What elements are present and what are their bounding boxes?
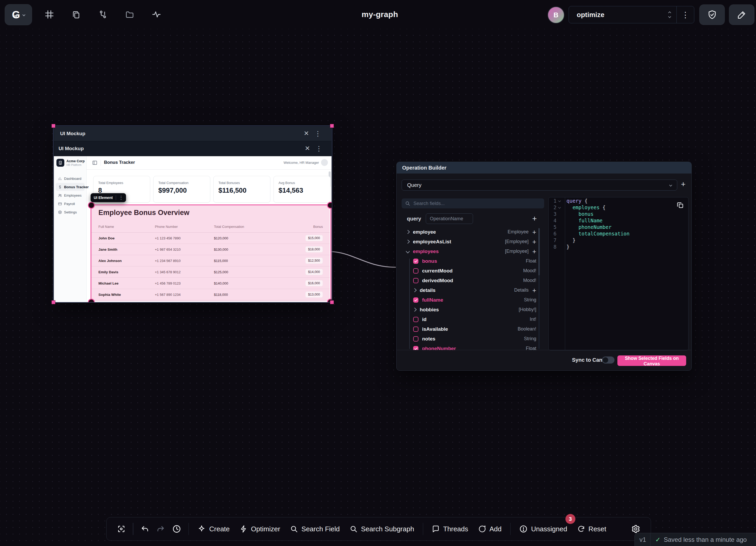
user-avatar[interactable]: B xyxy=(548,7,564,23)
schema-field-row[interactable]: hobbies [Hobby!] xyxy=(402,305,544,314)
chat-square-icon xyxy=(432,525,440,533)
sidebar-collapse-icon[interactable] xyxy=(92,160,97,165)
schema-field-row[interactable]: notes String xyxy=(402,334,544,344)
ui-element-tooltip[interactable]: UI Element ⋮ xyxy=(91,193,126,202)
threads-button[interactable]: Threads xyxy=(427,521,473,537)
shield-check-button[interactable] xyxy=(699,4,725,25)
kebab-menu-icon[interactable]: ⋮ xyxy=(116,195,126,201)
hr-avatar[interactable] xyxy=(321,159,328,166)
employee-bonus-table-card[interactable]: Employee Bonus Overview Full Name Phone … xyxy=(91,204,330,301)
selection-handle[interactable] xyxy=(51,124,55,128)
create-button[interactable]: Create xyxy=(192,521,235,537)
selection-handle[interactable] xyxy=(88,202,95,209)
show-selected-fields-button[interactable]: Show Selected Fields on Canvas xyxy=(617,355,686,366)
edit-pencil-button[interactable] xyxy=(729,4,754,25)
sidebar-nav-item[interactable]: Payroll xyxy=(56,200,85,208)
field-checkbox[interactable] xyxy=(413,336,418,342)
kebab-menu-icon[interactable]: ⋮ xyxy=(312,128,324,139)
optimizer-button[interactable]: Optimizer xyxy=(235,521,285,537)
add-subfield-button[interactable]: + xyxy=(532,287,536,294)
operation-name-input[interactable] xyxy=(426,213,473,224)
search-field-button[interactable]: Search Field xyxy=(285,521,345,537)
bolt-icon xyxy=(240,525,248,533)
add-subfield-button[interactable]: + xyxy=(532,238,536,245)
sync-to-canvas-toggle[interactable] xyxy=(602,356,615,364)
undo-button[interactable] xyxy=(137,521,153,537)
window-titlebar-inner[interactable]: UI Mockup × ⋮ xyxy=(54,141,332,156)
chevron-right-icon[interactable] xyxy=(406,240,410,244)
schema-field-row[interactable]: bonus Float xyxy=(402,256,544,266)
close-icon[interactable]: × xyxy=(302,143,313,154)
schema-field-row[interactable]: employeeAsList [Employee] + xyxy=(402,237,544,246)
sidebar-nav-item[interactable]: Employees xyxy=(56,191,85,199)
add-comment-button[interactable]: Add xyxy=(473,521,507,537)
version-badge[interactable]: v1 xyxy=(639,536,646,543)
selection-handle[interactable] xyxy=(51,300,55,304)
field-search[interactable] xyxy=(402,198,544,208)
frame-tool-icon[interactable] xyxy=(42,7,57,22)
sidebar-nav-item[interactable]: Settings xyxy=(56,208,85,216)
chevron-right-icon[interactable] xyxy=(413,308,417,312)
field-checkbox[interactable] xyxy=(413,346,418,350)
selection-handle[interactable] xyxy=(330,300,334,304)
graphql-code-editor[interactable]: 1 query { 2 employees { 3 bonus 4 fullNa… xyxy=(548,197,689,350)
copy-pages-icon[interactable] xyxy=(69,7,83,22)
close-icon[interactable]: × xyxy=(301,128,312,139)
kebab-menu-icon[interactable]: ⋮ xyxy=(313,143,325,154)
stat-card: Avg Bonus $14,563 xyxy=(274,176,330,203)
add-subfield-button[interactable]: + xyxy=(532,229,536,235)
folder-icon[interactable] xyxy=(122,7,137,22)
schema-field-row[interactable]: employee Employee + xyxy=(402,227,544,237)
history-button[interactable] xyxy=(169,521,185,537)
version-select[interactable]: optimize ⋮ xyxy=(569,6,694,23)
schema-field-row[interactable]: derivedMood Mood! xyxy=(402,276,544,285)
copy-code-icon[interactable] xyxy=(676,201,684,209)
code-fold-icon[interactable] xyxy=(558,199,561,202)
chevron-down-icon[interactable] xyxy=(406,249,410,254)
selection-handle[interactable] xyxy=(330,124,334,128)
window-titlebar-outer[interactable]: UI Mockup × ⋮ xyxy=(54,126,332,141)
line-number: 2 xyxy=(549,204,557,210)
field-checkbox[interactable] xyxy=(413,297,418,303)
field-checkbox[interactable] xyxy=(413,278,418,283)
operation-builder-panel[interactable]: Operation Builder Query + query + employ… xyxy=(396,162,692,371)
sidebar-nav-item[interactable]: Dashboard xyxy=(56,175,85,182)
add-operation-button[interactable]: + xyxy=(681,180,686,188)
field-list-scrollbar[interactable] xyxy=(538,228,540,349)
app-logo-button[interactable]: Gw xyxy=(5,4,32,25)
panel-header[interactable]: Operation Builder xyxy=(397,162,691,174)
schema-field-row[interactable]: isAvailable Boolean! xyxy=(402,324,544,334)
employee-phone: +1 456 789 0123 xyxy=(155,281,214,285)
chevron-right-icon[interactable] xyxy=(413,288,417,292)
schema-field-row[interactable]: fullName String xyxy=(402,295,544,305)
activity-icon[interactable] xyxy=(149,7,164,22)
field-checkbox[interactable] xyxy=(413,327,418,332)
code-fold-icon[interactable] xyxy=(558,206,561,209)
reset-button[interactable]: Reset xyxy=(572,521,611,537)
sidebar-nav-item[interactable]: Bonus Tracker xyxy=(56,183,85,191)
add-subfield-button[interactable]: + xyxy=(532,248,536,255)
schema-field-row[interactable]: employees [Employee] + xyxy=(402,246,544,256)
version-menu-button[interactable]: ⋮ xyxy=(676,6,694,23)
search-subgraph-button[interactable]: Search Subgraph xyxy=(345,521,419,537)
employee-compensation: $140,000 xyxy=(214,281,287,285)
focus-view-button[interactable] xyxy=(113,521,129,537)
schema-field-row[interactable]: currentMood Mood! xyxy=(402,266,544,276)
mockup-sidebar: Dashboard Bonus Tracker Employees xyxy=(54,169,87,302)
schema-field-row[interactable]: details Details + xyxy=(402,285,544,295)
field-checkbox[interactable] xyxy=(413,317,418,322)
unassigned-button[interactable]: Unassigned 3 xyxy=(514,521,572,537)
operation-type-select[interactable]: Query xyxy=(402,180,677,191)
schema-field-row[interactable]: id Int! xyxy=(402,314,544,324)
schema-field-row[interactable]: phoneNumber Float xyxy=(402,344,544,350)
employee-phone: +1 234 567 8910 xyxy=(155,259,214,263)
chevron-right-icon[interactable] xyxy=(406,230,410,234)
schema-field-list[interactable]: employee Employee + employeeAsList [Empl… xyxy=(402,227,544,350)
ui-mockup-window[interactable]: UI Mockup × ⋮ UI Mockup × ⋮ Acme Corp HR… xyxy=(54,126,332,302)
field-checkbox[interactable] xyxy=(413,268,418,274)
search-fields-input[interactable] xyxy=(413,201,535,207)
branch-icon[interactable] xyxy=(96,7,110,22)
field-checkbox[interactable] xyxy=(413,259,418,264)
redo-button[interactable] xyxy=(153,521,169,537)
add-field-button[interactable]: + xyxy=(532,215,537,223)
